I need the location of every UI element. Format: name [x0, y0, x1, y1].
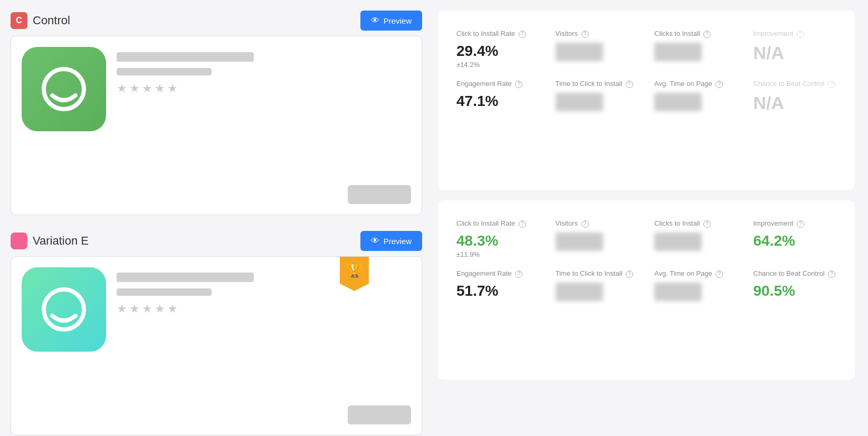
- question-mark-icon-14: ?: [626, 270, 633, 278]
- variation-e-block: Variation E 👁 Preview 🏆: [11, 231, 422, 435]
- control-preview-button[interactable]: 👁 Preview: [360, 11, 422, 31]
- control-click-install-value: 29.4%: [456, 43, 540, 60]
- vare-improvement-cell: Improvement ? 64.2%: [746, 214, 845, 264]
- variation-e-swatch: [11, 232, 27, 249]
- control-avg-time-label: Avg. Time on Page ?: [654, 79, 738, 89]
- vare-visitors-label: Visitors ?: [556, 219, 639, 228]
- control-block: C Control 👁 Preview: [11, 11, 422, 215]
- control-time-click-label: Time to Click to Install ?: [556, 79, 639, 89]
- control-time-blurred: [556, 93, 603, 111]
- trophy-badge: 🏆: [340, 256, 369, 291]
- vare-visitors-blurred: [556, 232, 603, 251]
- control-click-install-cell: Click to Install Rate ? 29.4% ±14.2%: [449, 24, 548, 74]
- vare-avg-time-label: Avg. Time on Page ?: [654, 269, 738, 278]
- variation-e-preview-button[interactable]: 👁 Preview: [360, 231, 422, 251]
- vare-improvement-value: 64.2%: [753, 232, 837, 249]
- eye-icon-2: 👁: [371, 236, 379, 246]
- control-engagement-value: 47.1%: [456, 93, 540, 110]
- vare-time-blurred: [556, 283, 603, 301]
- question-mark-icon-10: ?: [581, 220, 589, 228]
- variation-e-header: Variation E 👁 Preview: [11, 231, 422, 251]
- question-mark-icon-9: ?: [519, 220, 526, 228]
- vare-chance-beat-label: Chance to Beat Control ?: [753, 269, 837, 278]
- control-clicks-blurred: [654, 43, 702, 61]
- question-mark-icon-2: ?: [581, 31, 589, 38]
- question-mark-icon-8: ?: [828, 81, 835, 88]
- vare-time-click-cell: Time to Click to Install ?: [548, 264, 647, 306]
- question-mark-icon: ?: [519, 31, 526, 38]
- question-mark-icon-11: ?: [703, 220, 711, 228]
- control-time-click-cell: Time to Click to Install ?: [548, 74, 647, 119]
- vare-avg-time-cell: Avg. Time on Page ?: [646, 264, 746, 306]
- vare-clicks-install-label: Clicks to Install ?: [654, 219, 738, 228]
- control-title-placeholder: [117, 52, 254, 62]
- vare-click-install-cell: Click to Install Rate ? 48.3% ±11.9%: [449, 214, 548, 264]
- control-app-card: ★ ★ ★ ★ ★: [11, 36, 422, 215]
- question-mark-icon-7: ?: [716, 81, 723, 88]
- variation-e-subtitle-placeholder: [117, 288, 212, 296]
- question-mark-icon-12: ?: [797, 220, 804, 228]
- vare-time-click-label: Time to Click to Install ?: [556, 269, 639, 278]
- control-swatch: C: [11, 12, 27, 29]
- control-improvement-label: Improvement ?: [753, 29, 837, 38]
- control-improvement-cell: Improvement ? N/A: [746, 24, 845, 74]
- vare-clicks-install-cell: Clicks to Install ?: [646, 214, 746, 264]
- main-layout: C Control 👁 Preview: [11, 11, 855, 436]
- vare-chance-beat-value: 90.5%: [753, 283, 837, 299]
- vare-visitors-cell: Visitors ?: [548, 214, 647, 264]
- vare-click-install-label: Click to Install Rate ?: [456, 219, 540, 228]
- control-chance-beat-value: N/A: [753, 93, 837, 113]
- svg-point-1: [44, 289, 84, 330]
- vare-engagement-value: 51.7%: [456, 283, 540, 299]
- control-visitors-label: Visitors ?: [556, 29, 639, 38]
- variation-e-stats-panel: Click to Install Rate ? 48.3% ±11.9% Vis…: [438, 200, 855, 380]
- vare-avg-blurred: [654, 283, 702, 301]
- stats-column: Click to Install Rate ? 29.4% ±14.2% Vis…: [438, 11, 855, 436]
- control-visitors-blurred: [556, 43, 603, 61]
- vare-engagement-cell: Engagement Rate ? 51.7%: [449, 264, 548, 306]
- vare-engagement-label: Engagement Rate ?: [456, 269, 540, 278]
- control-avg-time-cell: Avg. Time on Page ?: [646, 74, 746, 119]
- control-label: C Control: [11, 12, 70, 29]
- question-mark-icon-6: ?: [626, 81, 633, 88]
- control-click-install-margin: ±14.2%: [456, 61, 540, 69]
- question-mark-icon-15: ?: [716, 270, 723, 278]
- variation-e-install-placeholder: [348, 405, 411, 424]
- variation-e-stars: ★ ★ ★ ★ ★: [117, 302, 411, 316]
- variation-e-app-icon: [22, 267, 106, 352]
- variation-e-title-placeholder: [117, 273, 254, 282]
- question-mark-icon-16: ?: [828, 270, 835, 278]
- control-app-icon: [22, 47, 106, 131]
- control-visitors-cell: Visitors ?: [548, 24, 647, 74]
- control-improvement-value: N/A: [753, 43, 837, 63]
- control-app-info: ★ ★ ★ ★ ★: [117, 47, 411, 95]
- question-mark-icon-4: ?: [797, 31, 804, 38]
- vare-click-install-margin: ±11.9%: [456, 250, 540, 258]
- question-mark-icon-5: ?: [515, 81, 522, 88]
- vare-click-install-value: 48.3%: [456, 232, 540, 249]
- variations-column: C Control 👁 Preview: [11, 11, 422, 436]
- control-clicks-install-label: Clicks to Install ?: [654, 29, 738, 38]
- eye-icon: 👁: [371, 16, 379, 25]
- control-avg-blurred: [654, 93, 702, 111]
- variation-e-app-card: 🏆 ★ ★: [11, 256, 422, 435]
- control-stars: ★ ★ ★ ★ ★: [117, 82, 411, 95]
- question-mark-icon-13: ?: [515, 270, 522, 278]
- control-engagement-cell: Engagement Rate ? 47.1%: [449, 74, 548, 119]
- variation-e-label: Variation E: [11, 232, 89, 249]
- vare-chance-beat-cell: Chance to Beat Control ? 90.5%: [746, 264, 845, 306]
- control-click-install-label: Click to Install Rate ?: [456, 29, 540, 38]
- control-subtitle-placeholder: [117, 68, 212, 75]
- control-header: C Control 👁 Preview: [11, 11, 422, 31]
- question-mark-icon-3: ?: [703, 31, 711, 38]
- control-stats-panel: Click to Install Rate ? 29.4% ±14.2% Vis…: [438, 11, 855, 190]
- control-install-placeholder: [348, 185, 411, 204]
- vare-improvement-label: Improvement ?: [753, 219, 837, 228]
- control-clicks-install-cell: Clicks to Install ?: [646, 24, 746, 74]
- svg-point-0: [44, 69, 84, 109]
- control-chance-beat-cell: Chance to Beat Control ? N/A: [746, 74, 845, 119]
- trophy-icon: 🏆: [346, 262, 363, 278]
- vare-clicks-blurred: [654, 232, 702, 251]
- control-engagement-label: Engagement Rate ?: [456, 79, 540, 89]
- control-chance-beat-label: Chance to Beat Control ?: [753, 79, 837, 89]
